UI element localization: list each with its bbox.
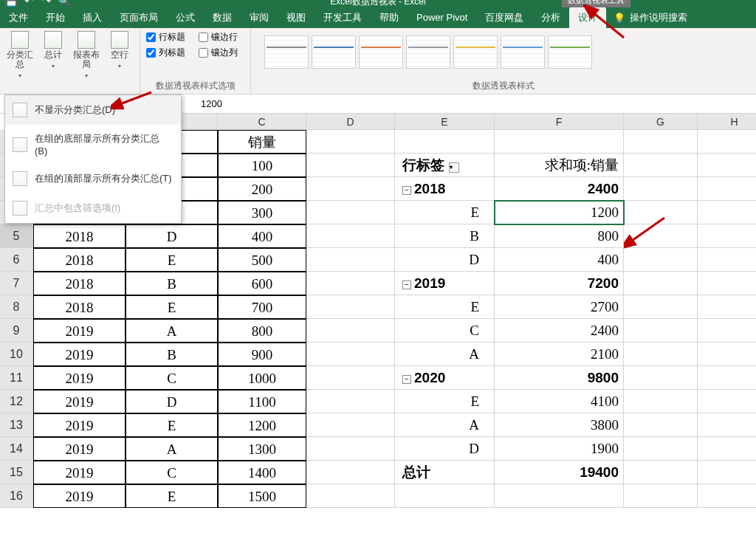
cell[interactable]: 2019 (33, 319, 126, 343)
collapse-icon[interactable]: − (402, 186, 411, 195)
cell[interactable] (698, 224, 756, 248)
cell[interactable] (698, 248, 756, 272)
cell[interactable] (698, 484, 756, 508)
tab-review[interactable]: 审阅 (241, 7, 278, 28)
row-header[interactable]: 15 (0, 461, 33, 484)
cell[interactable]: C (395, 319, 495, 343)
row-header[interactable]: 12 (0, 390, 33, 413)
tab-pagelayout[interactable]: 页面布局 (111, 7, 167, 28)
cell[interactable] (624, 319, 698, 343)
dropdown-item-bottom[interactable]: 在组的底部显示所有分类汇总(B) (5, 125, 181, 164)
row-header[interactable]: 10 (0, 343, 33, 366)
bandedrows-checkbox[interactable]: 镶边行 (199, 31, 238, 44)
cell[interactable] (698, 319, 756, 343)
row-header[interactable]: 8 (0, 295, 33, 319)
row-header[interactable]: 6 (0, 248, 33, 272)
style-swatch[interactable] (453, 35, 498, 69)
tab-formulas[interactable]: 公式 (167, 7, 204, 28)
cell[interactable]: D (126, 390, 218, 413)
collapse-icon[interactable]: − (402, 375, 411, 384)
tab-view[interactable]: 视图 (278, 7, 315, 28)
cell[interactable]: −2018 (395, 177, 495, 201)
cell[interactable] (395, 484, 495, 508)
cell[interactable]: 1500 (218, 484, 306, 508)
cell[interactable]: 2700 (495, 295, 624, 319)
blankrows-button[interactable]: 空行 ▾ (105, 31, 134, 80)
undo-icon[interactable]: ↶ (22, 0, 35, 7)
cell[interactable]: A (395, 343, 495, 366)
cell[interactable] (624, 295, 698, 319)
cell[interactable]: E (126, 295, 218, 319)
cell[interactable]: 求和项:销量 (495, 154, 624, 177)
tab-file[interactable]: 文件 (0, 7, 37, 28)
cell[interactable]: 1100 (218, 390, 306, 413)
cell[interactable]: 800 (218, 319, 306, 343)
bandedcols-checkbox[interactable]: 镶边列 (199, 47, 238, 59)
cell[interactable]: 1000 (218, 366, 306, 390)
cell[interactable]: 1200 (218, 413, 306, 437)
row-header[interactable]: 14 (0, 437, 33, 461)
cell[interactable] (624, 272, 698, 295)
cell[interactable]: 1200 (495, 201, 624, 224)
cell[interactable]: B (126, 343, 218, 366)
cell[interactable] (698, 461, 756, 484)
formula-input[interactable]: 1200 (195, 98, 222, 109)
cell[interactable] (698, 295, 756, 319)
tab-home[interactable]: 开始 (37, 7, 74, 28)
cell[interactable]: 700 (218, 295, 306, 319)
cell[interactable]: E (395, 201, 495, 224)
cell[interactable] (306, 343, 395, 366)
cell[interactable] (306, 319, 395, 343)
cell[interactable]: 2019 (33, 484, 126, 508)
cell[interactable] (306, 295, 395, 319)
cell[interactable]: 2400 (495, 177, 624, 201)
cell[interactable] (624, 366, 698, 390)
row-header[interactable]: 5 (0, 224, 33, 248)
cell[interactable]: 1900 (495, 437, 624, 461)
cell[interactable]: −2020 (395, 366, 495, 390)
cell[interactable] (698, 201, 756, 224)
cell[interactable]: B (395, 224, 495, 248)
tellme-input[interactable]: 操作说明搜索 (630, 11, 687, 24)
cell[interactable] (306, 248, 395, 272)
cell[interactable] (698, 272, 756, 295)
col-header[interactable]: F (495, 114, 624, 130)
cell[interactable] (624, 437, 698, 461)
row-header[interactable]: 9 (0, 319, 33, 343)
cell[interactable] (624, 413, 698, 437)
cell[interactable]: E (395, 295, 495, 319)
style-swatch[interactable] (312, 35, 356, 69)
cell[interactable] (698, 366, 756, 390)
cell[interactable] (624, 484, 698, 508)
cell[interactable]: 4100 (495, 390, 624, 413)
cell[interactable]: 行标签▾ (395, 154, 495, 177)
tab-developer[interactable]: 开发工具 (315, 7, 371, 28)
collapse-icon[interactable]: − (402, 281, 411, 289)
cell[interactable] (306, 437, 395, 461)
cell[interactable] (495, 130, 624, 154)
cell[interactable]: D (395, 437, 495, 461)
cell[interactable]: E (126, 248, 218, 272)
cell[interactable] (624, 343, 698, 366)
cell[interactable]: 2019 (33, 343, 126, 366)
cell[interactable] (624, 177, 698, 201)
cell[interactable] (306, 224, 395, 248)
cell[interactable]: −2019 (395, 272, 495, 295)
cell[interactable]: 19400 (495, 461, 624, 484)
style-swatch[interactable] (406, 35, 450, 69)
reportlayout-button[interactable]: 报表布局 ▾ (72, 31, 101, 80)
cell[interactable] (306, 484, 395, 508)
cell[interactable]: D (395, 248, 495, 272)
cell[interactable]: 400 (218, 224, 306, 248)
row-header[interactable]: 7 (0, 272, 33, 295)
cell[interactable]: 500 (218, 248, 306, 272)
style-swatch[interactable] (501, 35, 545, 69)
col-header[interactable]: G (624, 114, 698, 130)
cell[interactable] (698, 413, 756, 437)
cell[interactable] (698, 177, 756, 201)
cell[interactable]: 800 (495, 224, 624, 248)
cell[interactable]: 600 (218, 272, 306, 295)
cell[interactable]: 9800 (495, 366, 624, 390)
cell[interactable]: C (126, 461, 218, 484)
cell[interactable]: E (126, 484, 218, 508)
